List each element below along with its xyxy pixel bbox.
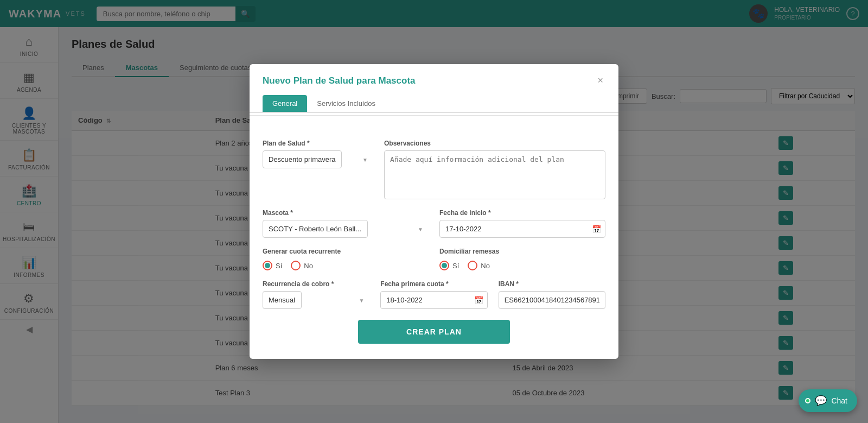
mascota-label: Mascota * <box>263 209 429 217</box>
generar-si-label: Sí <box>276 262 282 270</box>
generar-si-radio[interactable]: Sí <box>263 261 282 270</box>
form-group-mascota: Mascota * SCOTY - Roberto León Ball... <box>263 209 429 238</box>
mascota-select-wrapper: SCOTY - Roberto León Ball... <box>263 220 429 238</box>
form-group-plan: Plan de Salud * Descuento primavera <box>263 140 373 199</box>
modal-divider <box>250 115 618 116</box>
generar-no-label: No <box>304 262 313 270</box>
form-group-fecha-inicio: Fecha de inicio * 📅 <box>439 209 605 238</box>
form-group-domiciliar: Domiciliar remesas Sí No <box>439 248 605 270</box>
recurrencia-select-wrapper: Mensual <box>263 291 369 309</box>
fecha-inicio-wrapper: 📅 <box>439 220 605 238</box>
generar-label: Generar cuota recurrente <box>263 248 429 255</box>
modal-tabs: General Servicios Incluidos <box>250 86 618 113</box>
iban-input[interactable] <box>499 291 605 309</box>
domiciliar-si-label: Sí <box>452 262 459 270</box>
domiciliar-no-radio-icon <box>468 261 477 270</box>
fecha-inicio-label: Fecha de inicio * <box>439 209 605 217</box>
generar-no-radio[interactable]: No <box>291 261 313 270</box>
observaciones-label: Observaciones <box>384 140 605 147</box>
modal-overlay[interactable]: Nuevo Plan de Salud para Mascota × Gener… <box>0 0 868 423</box>
fecha-cuota-label: Fecha primera cuota * <box>380 280 487 288</box>
generar-si-radio-icon <box>263 261 272 270</box>
plan-label: Plan de Salud * <box>263 140 373 147</box>
domiciliar-no-radio[interactable]: No <box>468 261 490 270</box>
domiciliar-si-radio[interactable]: Sí <box>439 261 459 270</box>
plan-select-wrapper: Descuento primavera <box>263 150 373 168</box>
plan-select[interactable]: Descuento primavera <box>263 150 342 168</box>
modal-close-button[interactable]: × <box>595 75 605 86</box>
chat-label: Chat <box>831 396 847 405</box>
domiciliar-label: Domiciliar remesas <box>439 248 605 255</box>
chat-button[interactable]: 💬 Chat <box>799 389 857 412</box>
form-group-observaciones: Observaciones <box>384 140 605 199</box>
iban-label: IBAN * <box>499 280 605 288</box>
form-row-2: Mascota * SCOTY - Roberto León Ball... F… <box>263 209 605 238</box>
fecha-cuota-wrapper: 📅 <box>380 291 487 309</box>
form-group-iban: IBAN * <box>499 280 605 309</box>
modal-header: Nuevo Plan de Salud para Mascota × <box>250 64 618 86</box>
fecha-inicio-input[interactable] <box>439 220 605 238</box>
domiciliar-no-label: No <box>481 262 490 270</box>
domiciliar-radio-group: Sí No <box>439 258 605 270</box>
chat-status-dot <box>805 398 810 403</box>
form-row-3: Generar cuota recurrente Sí No Domicilia <box>263 248 605 270</box>
modal-tab-servicios[interactable]: Servicios Incluidos <box>307 95 385 112</box>
form-row-1: Plan de Salud * Descuento primavera Obse… <box>263 140 605 199</box>
observaciones-textarea[interactable] <box>384 150 605 199</box>
modal-body: Plan de Salud * Descuento primavera Obse… <box>250 127 618 359</box>
form-row-4: Recurrencia de cobro * Mensual Fecha pri… <box>263 280 605 309</box>
fecha-cuota-input[interactable] <box>380 291 487 309</box>
modal: Nuevo Plan de Salud para Mascota × Gener… <box>250 64 618 359</box>
generar-radio-group: Sí No <box>263 258 429 270</box>
modal-tab-general[interactable]: General <box>263 95 307 112</box>
form-group-fecha-cuota: Fecha primera cuota * 📅 <box>380 280 487 309</box>
form-group-generar: Generar cuota recurrente Sí No <box>263 248 429 270</box>
mascota-select[interactable]: SCOTY - Roberto León Ball... <box>263 220 368 238</box>
recurrencia-label: Recurrencia de cobro * <box>263 280 369 288</box>
chat-bubble-icon: 💬 <box>815 395 827 407</box>
domiciliar-si-radio-icon <box>439 261 449 270</box>
create-plan-button[interactable]: CREAR PLAN <box>358 320 510 344</box>
recurrencia-select[interactable]: Mensual <box>263 291 302 309</box>
modal-title: Nuevo Plan de Salud para Mascota <box>263 75 416 86</box>
generar-no-radio-icon <box>291 261 301 270</box>
form-group-recurrencia: Recurrencia de cobro * Mensual <box>263 280 369 309</box>
